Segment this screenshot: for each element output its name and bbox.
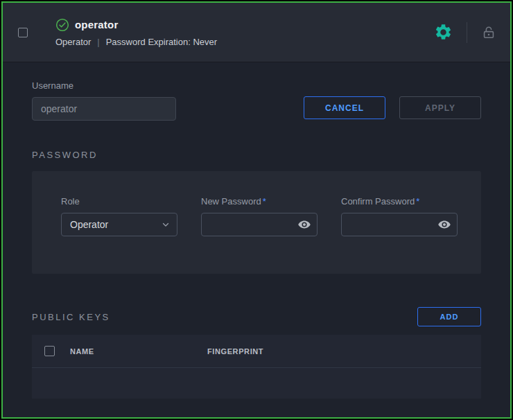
apply-button[interactable]: APPLY xyxy=(399,96,481,119)
role-select[interactable]: Operator xyxy=(61,213,177,236)
title-block: operator Operator | Password Expiration:… xyxy=(55,18,217,47)
username-label: Username xyxy=(32,80,176,91)
lock-icon xyxy=(481,25,496,40)
role-field-group: Role Operator xyxy=(61,196,177,274)
add-public-key-button[interactable]: ADD xyxy=(417,307,481,326)
public-keys-section: PUBLIC KEYS ADD NAME FINGERPRINT xyxy=(32,307,481,399)
header: operator Operator | Password Expiration:… xyxy=(3,3,510,62)
username-input[interactable] xyxy=(32,97,176,121)
empty-table-row xyxy=(32,368,481,399)
show-new-password-button[interactable] xyxy=(297,218,311,231)
header-divider xyxy=(467,22,467,43)
username-row: Username CANCEL APPLY xyxy=(32,80,481,121)
password-section: PASSWORD Role Operator New Password* xyxy=(32,150,481,274)
gear-icon xyxy=(434,23,453,42)
confirm-password-field-group: Confirm Password* xyxy=(341,196,458,274)
subtitle-separator: | xyxy=(97,37,99,47)
select-all-keys-checkbox[interactable] xyxy=(44,346,55,356)
required-marker: * xyxy=(416,196,419,207)
settings-gear-button[interactable] xyxy=(434,23,453,42)
new-password-label: New Password* xyxy=(201,196,318,207)
username-field-group: Username xyxy=(32,80,176,121)
cancel-button[interactable]: CANCEL xyxy=(304,96,385,119)
public-keys-section-title: PUBLIC KEYS xyxy=(32,312,110,322)
required-marker: * xyxy=(263,196,266,207)
role-text: Operator xyxy=(55,37,91,47)
password-panel: Role Operator New Password* xyxy=(32,171,481,274)
column-header-name: NAME xyxy=(70,347,207,356)
select-user-checkbox[interactable] xyxy=(18,28,28,37)
role-selected-value: Operator xyxy=(70,219,108,230)
chevron-down-icon xyxy=(162,220,170,229)
page-title: operator xyxy=(75,19,118,30)
show-confirm-password-button[interactable] xyxy=(437,218,451,231)
subtitle: Operator | Password Expiration: Never xyxy=(55,37,217,47)
check-circle-icon xyxy=(55,18,69,32)
header-actions xyxy=(434,22,496,43)
public-keys-table-header: NAME FINGERPRINT xyxy=(32,335,481,368)
public-keys-table: NAME FINGERPRINT xyxy=(32,335,481,399)
eye-icon xyxy=(297,218,311,231)
role-label: Role xyxy=(61,196,177,207)
action-buttons: CANCEL APPLY xyxy=(304,96,481,119)
confirm-password-label: Confirm Password* xyxy=(341,196,458,207)
password-section-title: PASSWORD xyxy=(32,150,481,160)
password-expiration-text: Password Expiration: Never xyxy=(106,37,217,47)
eye-icon xyxy=(437,218,451,231)
user-detail-window: operator Operator | Password Expiration:… xyxy=(1,1,512,419)
content: Username CANCEL APPLY PASSWORD Role Oper… xyxy=(3,80,510,399)
column-header-fingerprint: FINGERPRINT xyxy=(207,347,263,356)
lock-button[interactable] xyxy=(481,25,496,40)
new-password-field-group: New Password* xyxy=(201,196,318,274)
